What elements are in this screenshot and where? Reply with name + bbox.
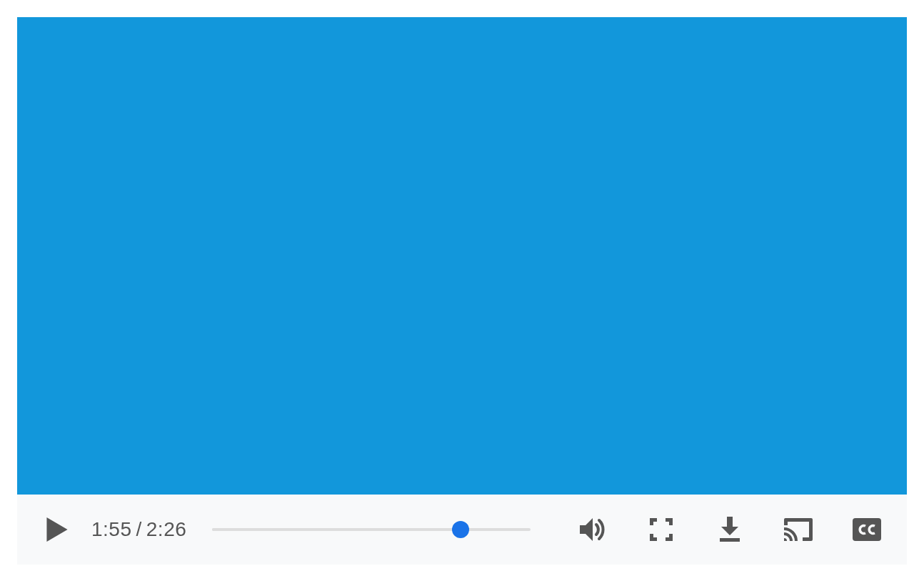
volume-icon (578, 517, 607, 542)
play-button[interactable] (40, 512, 74, 547)
video-player: 1:55 / 2:26 (17, 17, 907, 565)
time-display: 1:55 / 2:26 (91, 518, 186, 541)
progress-fill (212, 528, 461, 531)
time-separator: / (136, 518, 142, 541)
fullscreen-icon (650, 518, 673, 541)
closed-captions-button[interactable] (850, 512, 884, 547)
download-button[interactable] (713, 512, 747, 547)
current-time: 1:55 (91, 518, 132, 541)
total-duration: 2:26 (146, 518, 187, 541)
video-canvas[interactable] (17, 17, 907, 495)
fullscreen-button[interactable] (644, 512, 678, 547)
closed-captions-icon (853, 518, 881, 541)
svg-rect-0 (720, 538, 740, 542)
cast-icon (784, 518, 813, 541)
volume-button[interactable] (576, 512, 610, 547)
play-icon (46, 517, 68, 542)
cast-button[interactable] (781, 512, 815, 547)
right-controls-group (576, 512, 884, 547)
progress-slider[interactable] (212, 524, 531, 535)
video-controls-bar: 1:55 / 2:26 (17, 495, 907, 565)
progress-knob[interactable] (452, 521, 469, 538)
download-icon (718, 517, 741, 542)
